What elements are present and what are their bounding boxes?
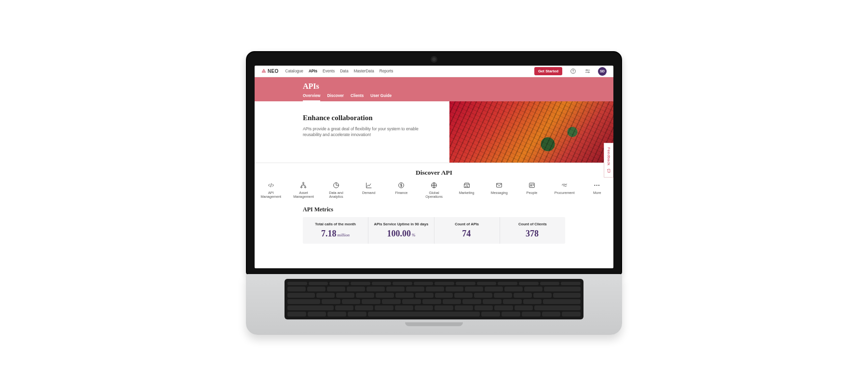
metric-value: 7.18 xyxy=(321,229,337,238)
screen: NEO Catalogue APIs Events Data MasterDat… xyxy=(255,66,613,268)
cat-procurement[interactable]: Procurement xyxy=(553,181,576,199)
keyboard xyxy=(285,279,583,319)
svg-point-2 xyxy=(586,69,587,70)
cat-label: API Management xyxy=(259,191,283,199)
cat-label: Procurement xyxy=(555,191,575,195)
cat-messaging[interactable]: Messaging xyxy=(488,181,511,199)
cat-label: Global Operations xyxy=(422,191,446,199)
metric-api-count: Count of APIs 74 xyxy=(434,217,500,244)
metrics-section: API Metrics Total calls of the month 7.1… xyxy=(255,203,613,251)
cat-api-management[interactable]: API Management xyxy=(259,181,283,199)
top-bar: NEO Catalogue APIs Events Data MasterDat… xyxy=(255,66,613,77)
svg-point-4 xyxy=(303,182,304,184)
metric-label: Total calls of the month xyxy=(307,222,364,226)
feedback-label: Feedback xyxy=(607,147,611,165)
cat-label: Messaging xyxy=(491,191,508,195)
chat-icon xyxy=(606,168,611,173)
get-started-button[interactable]: Get Started xyxy=(534,67,562,75)
discover-heading: Discover API xyxy=(259,169,609,177)
nav-catalogue[interactable]: Catalogue xyxy=(285,69,303,73)
cat-label: People xyxy=(527,191,538,195)
globe-icon xyxy=(430,181,438,189)
hinge-notch xyxy=(405,322,463,326)
nav-events[interactable]: Events xyxy=(323,69,335,73)
cat-marketing[interactable]: Marketing xyxy=(455,181,478,199)
metric-value: 100.00 xyxy=(387,229,411,238)
storefront-icon xyxy=(463,181,471,189)
page-header-band: APIs Overview Discover Clients User Guid… xyxy=(255,77,613,101)
metrics-cards: Total calls of the month 7.18million API… xyxy=(303,217,565,244)
keyboard-deck xyxy=(246,274,622,335)
svg-point-3 xyxy=(588,72,589,73)
brand-name: NEO xyxy=(268,69,279,74)
feedback-tab[interactable]: Feedback xyxy=(604,143,613,178)
cat-people[interactable]: People xyxy=(520,181,543,199)
cat-label: Finance xyxy=(395,191,407,195)
metric-value: 378 xyxy=(526,229,539,238)
handshake-icon xyxy=(561,181,569,189)
tab-user-guide[interactable]: User Guide xyxy=(370,94,392,101)
metric-client-count: Count of Clients 378 xyxy=(500,217,565,244)
cat-more[interactable]: ··· More xyxy=(585,181,609,199)
settings-sliders-icon[interactable] xyxy=(583,68,591,75)
nav-data[interactable]: Data xyxy=(340,69,348,73)
header-tabs: Overview Discover Clients User Guide xyxy=(303,94,565,101)
cat-label: More xyxy=(593,191,601,195)
hierarchy-icon xyxy=(299,181,307,189)
brand[interactable]: NEO xyxy=(261,69,279,74)
metric-label: APIs Service Uptime in 90 days xyxy=(372,222,430,226)
metric-label: Count of Clients xyxy=(504,222,561,226)
hero-copy: Enhance collaboration APIs provide a gre… xyxy=(255,101,449,163)
metric-value: 74 xyxy=(462,229,471,238)
trend-icon xyxy=(365,181,373,189)
category-row: API Management Asset Management Data and… xyxy=(259,181,609,199)
svg-point-6 xyxy=(305,187,306,188)
svg-point-1 xyxy=(572,72,573,73)
brand-logo-icon xyxy=(261,69,266,74)
cat-label: Data and Analytics xyxy=(325,191,348,199)
cat-demand[interactable]: Demand xyxy=(357,181,380,199)
nav-reports[interactable]: Reports xyxy=(380,69,393,73)
nav-links: Catalogue APIs Events Data MasterData Re… xyxy=(285,69,393,73)
tab-discover[interactable]: Discover xyxy=(327,94,344,101)
cat-label: Asset Management xyxy=(292,191,315,199)
metric-unit: % xyxy=(412,233,416,237)
pie-icon xyxy=(332,181,340,189)
hero-section: Enhance collaboration APIs provide a gre… xyxy=(255,101,613,163)
app-root: NEO Catalogue APIs Events Data MasterDat… xyxy=(255,66,613,268)
cat-asset-management[interactable]: Asset Management xyxy=(292,181,315,199)
page-title: APIs xyxy=(303,82,565,91)
svg-point-5 xyxy=(301,187,302,188)
laptop-bezel: NEO Catalogue APIs Events Data MasterDat… xyxy=(246,51,622,275)
camera-dot xyxy=(432,57,436,62)
tab-overview[interactable]: Overview xyxy=(303,94,320,101)
more-icon: ··· xyxy=(593,181,601,189)
hero-image xyxy=(449,101,613,163)
hero-body: APIs provide a great deal of flexibility… xyxy=(303,126,428,138)
nav-masterdata[interactable]: MasterData xyxy=(353,69,374,73)
cat-finance[interactable]: Finance xyxy=(390,181,413,199)
person-card-icon xyxy=(528,181,536,189)
cat-label: Demand xyxy=(362,191,376,195)
cat-global-operations[interactable]: Global Operations xyxy=(422,181,446,199)
metric-uptime: APIs Service Uptime in 90 days 100.00% xyxy=(368,217,434,244)
avatar[interactable]: SD xyxy=(598,67,607,76)
cat-data-analytics[interactable]: Data and Analytics xyxy=(325,181,348,199)
envelope-icon xyxy=(495,181,503,189)
discover-section: Discover API API Management Asset Manage… xyxy=(255,163,613,203)
metric-unit: million xyxy=(338,233,350,237)
hero-heading: Enhance collaboration xyxy=(303,114,438,122)
svg-rect-10 xyxy=(497,183,502,187)
laptop-mockup: NEO Catalogue APIs Events Data MasterDat… xyxy=(246,51,622,335)
help-icon[interactable] xyxy=(569,68,577,75)
dollar-icon xyxy=(397,181,405,189)
tab-clients[interactable]: Clients xyxy=(351,94,364,101)
code-icon xyxy=(267,181,275,189)
metrics-heading: API Metrics xyxy=(303,206,565,213)
metric-total-calls: Total calls of the month 7.18million xyxy=(303,217,368,244)
nav-apis[interactable]: APIs xyxy=(309,69,317,73)
cat-label: Marketing xyxy=(459,191,475,195)
svg-point-12 xyxy=(530,184,532,186)
metric-label: Count of APIs xyxy=(438,222,496,226)
